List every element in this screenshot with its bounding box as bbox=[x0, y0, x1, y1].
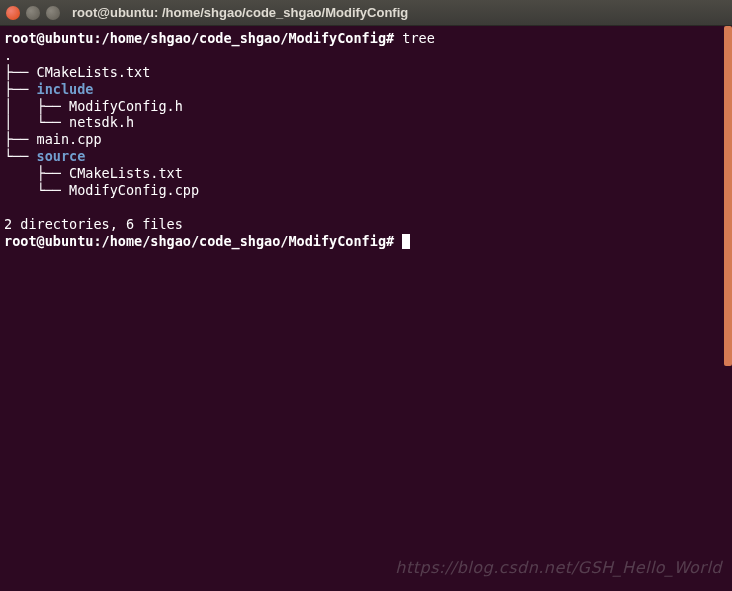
tree-file-modifyconfig-h: ModifyConfig.h bbox=[69, 98, 183, 114]
cursor-icon bbox=[402, 234, 410, 249]
command-tree: tree bbox=[394, 30, 435, 46]
tree-file-cmakelists-src: CMakeLists.txt bbox=[69, 165, 183, 181]
window-title: root@ubuntu: /home/shgao/code_shgao/Modi… bbox=[72, 5, 408, 20]
tree-branch: ├── bbox=[4, 131, 37, 147]
tree-file-main-cpp: main.cpp bbox=[37, 131, 102, 147]
prompt-path: :/home/shgao/code_shgao/ModifyConfig# bbox=[93, 233, 394, 249]
tree-branch: │ └── bbox=[4, 114, 69, 130]
command-empty bbox=[394, 233, 402, 249]
scrollbar-thumb[interactable] bbox=[724, 26, 732, 366]
prompt-user: root@ubuntu bbox=[4, 233, 93, 249]
tree-branch: │ ├── bbox=[4, 98, 69, 114]
tree-root: . bbox=[4, 47, 12, 63]
window-controls bbox=[6, 6, 60, 20]
terminal-body[interactable]: root@ubuntu:/home/shgao/code_shgao/Modif… bbox=[0, 26, 732, 591]
tree-file-modifyconfig-cpp: ModifyConfig.cpp bbox=[69, 182, 199, 198]
tree-summary: 2 directories, 6 files bbox=[4, 216, 183, 232]
tree-file-netsdk-h: netsdk.h bbox=[69, 114, 134, 130]
prompt-user: root@ubuntu bbox=[4, 30, 93, 46]
tree-branch: └── bbox=[4, 182, 69, 198]
tree-branch: ├── bbox=[4, 64, 37, 80]
tree-branch: └── bbox=[4, 148, 37, 164]
close-icon[interactable] bbox=[6, 6, 20, 20]
tree-file-cmakelists: CMakeLists.txt bbox=[37, 64, 151, 80]
tree-dir-source: source bbox=[37, 148, 86, 164]
window-titlebar: root@ubuntu: /home/shgao/code_shgao/Modi… bbox=[0, 0, 732, 26]
maximize-icon[interactable] bbox=[46, 6, 60, 20]
tree-branch: ├── bbox=[4, 81, 37, 97]
tree-branch: ├── bbox=[4, 165, 69, 181]
tree-dir-include: include bbox=[37, 81, 94, 97]
prompt-path: :/home/shgao/code_shgao/ModifyConfig# bbox=[93, 30, 394, 46]
minimize-icon[interactable] bbox=[26, 6, 40, 20]
